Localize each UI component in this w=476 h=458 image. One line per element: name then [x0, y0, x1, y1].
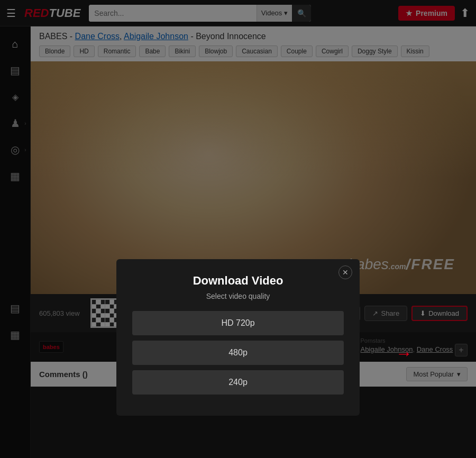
red-arrow: ←	[396, 344, 413, 363]
modal-subtitle: Select video quality	[132, 292, 344, 300]
quality-480-button[interactable]: 480p	[132, 341, 344, 365]
quality-240-button[interactable]: 240p	[132, 370, 344, 395]
modal-title: Download Video	[132, 274, 344, 288]
download-modal: ✕ Download Video Select video quality HD…	[116, 259, 360, 416]
close-icon: ✕	[342, 268, 349, 277]
quality-hd720-button[interactable]: HD 720p	[132, 311, 344, 335]
modal-overlay: ✕ Download Video Select video quality HD…	[0, 0, 476, 458]
modal-close-button[interactable]: ✕	[338, 265, 352, 279]
